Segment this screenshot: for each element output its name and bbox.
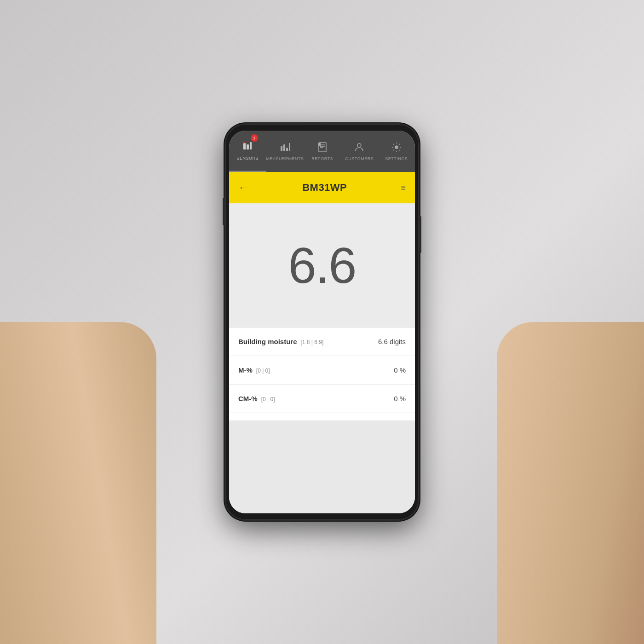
row-range-0: [1.8 | 6.9] <box>301 339 324 345</box>
svg-rect-5 <box>281 146 282 151</box>
row-left-0: Building moisture [1.8 | 6.9] <box>238 338 323 345</box>
row-range-2: [0 | 0] <box>261 396 275 402</box>
nav-label-sensors: SENSORS <box>236 156 259 161</box>
svg-rect-13 <box>318 143 321 146</box>
menu-button[interactable]: ≡ <box>401 183 406 193</box>
sensors-badge: 1 <box>251 134 258 142</box>
row-range-1: [0 | 0] <box>256 368 270 374</box>
row-left-1: M-% [0 | 0] <box>238 366 270 374</box>
svg-rect-8 <box>289 143 290 151</box>
row-name-2: CM-% <box>238 395 258 402</box>
svg-rect-2 <box>250 142 252 150</box>
row-name-0: Building moisture <box>238 338 297 345</box>
phone-screen: 1 1 SENSORS <box>229 131 415 513</box>
nav-item-reports[interactable]: REPORTS <box>304 131 341 172</box>
nav-label-reports: REPORTS <box>311 156 333 161</box>
data-rows: Building moisture [1.8 | 6.9] 6.6 digits… <box>229 328 415 420</box>
nav-label-measurements: MEASUREMENTS <box>266 156 304 161</box>
reading-display: 6.6 <box>229 203 415 328</box>
nav-item-measurements[interactable]: MEASUREMENTS <box>266 131 304 172</box>
bottom-area <box>229 420 415 513</box>
svg-rect-7 <box>286 148 288 151</box>
sensors-icon: 1 <box>242 141 253 154</box>
row-value-0: 6.6 digits <box>378 338 406 345</box>
row-value-1: 0 % <box>394 366 406 374</box>
phone: 1 1 SENSORS <box>225 124 419 520</box>
content-area: 6.6 Building moisture [1.8 | 6.9] 6.6 di… <box>229 203 415 513</box>
page-header: ← BM31WP ≡ <box>229 172 415 203</box>
nav-item-settings[interactable]: SETTINGS <box>378 131 415 172</box>
svg-rect-1 <box>247 144 249 150</box>
svg-point-15 <box>395 146 398 149</box>
hand-right <box>497 322 644 644</box>
nav-label-customers: CUSTOMERS <box>345 156 374 161</box>
row-value-2: 0 % <box>394 395 406 402</box>
measurements-icon <box>280 142 291 155</box>
svg-rect-6 <box>283 144 285 151</box>
scene: 1 1 SENSORS <box>0 0 644 644</box>
nav-label-settings: SETTINGS <box>385 156 408 161</box>
reports-icon <box>317 142 328 155</box>
table-row: CM-% [0 | 0] 0 % <box>229 385 415 413</box>
settings-icon <box>391 142 402 155</box>
hand-left <box>0 322 156 644</box>
customers-icon <box>354 142 365 155</box>
row-left-2: CM-% [0 | 0] <box>238 395 275 402</box>
reading-value: 6.6 <box>288 240 356 291</box>
svg-rect-0 <box>243 143 246 150</box>
nav-item-sensors[interactable]: 1 1 SENSORS <box>229 131 266 172</box>
table-row: Building moisture [1.8 | 6.9] 6.6 digits <box>229 328 415 356</box>
back-button[interactable]: ← <box>238 182 248 194</box>
svg-point-14 <box>357 144 361 147</box>
page-title: BM31WP <box>302 182 347 194</box>
row-name-1: M-% <box>238 366 253 374</box>
nav-bar: 1 1 SENSORS <box>229 131 415 172</box>
table-row: M-% [0 | 0] 0 % <box>229 356 415 385</box>
nav-item-customers[interactable]: CUSTOMERS <box>341 131 378 172</box>
